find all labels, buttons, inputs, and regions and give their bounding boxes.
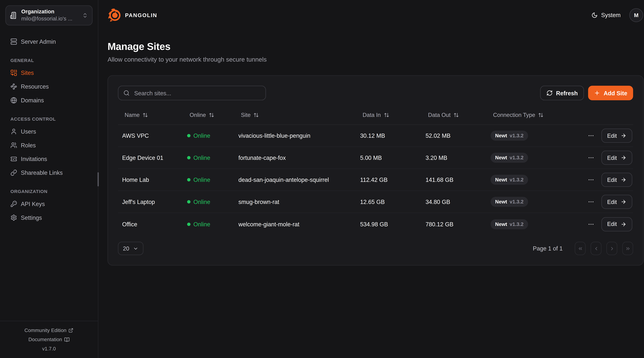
theme-toggle[interactable]: System xyxy=(592,12,621,18)
sidebar-item-label: Resources xyxy=(21,83,49,90)
connection-type-badge: Newt v1.3.2 xyxy=(490,197,528,207)
chevron-left-icon xyxy=(593,246,599,251)
chevrons-right-icon xyxy=(625,246,630,251)
section-label-access-control: ACCESS CONTROL xyxy=(10,116,88,121)
sidebar-item-sites[interactable]: Sites xyxy=(6,66,92,80)
sort-icon xyxy=(454,112,459,118)
column-header-data-out[interactable]: Data Out xyxy=(422,112,462,119)
edit-button[interactable]: Edit xyxy=(601,151,632,165)
building-icon xyxy=(10,11,18,19)
online-status: Online xyxy=(183,155,234,161)
gear-icon xyxy=(10,214,17,221)
connection-type: Newt xyxy=(495,199,507,205)
table-row: Jeff's Laptop Online smug-brown-rat 12.6… xyxy=(118,191,633,213)
add-site-label: Add Site xyxy=(604,90,627,96)
add-site-button[interactable]: Add Site xyxy=(588,86,633,100)
data-out-value: 780.12 GB xyxy=(422,221,486,227)
first-page-button[interactable] xyxy=(575,242,586,255)
online-status-label: Online xyxy=(193,221,210,227)
connection-version: v1.3.2 xyxy=(510,221,524,227)
row-menu-button[interactable] xyxy=(587,198,595,206)
table-row: Home Lab Online dead-san-joaquin-antelop… xyxy=(118,169,633,191)
moon-icon xyxy=(592,12,598,18)
data-out-value: 3.20 MB xyxy=(422,155,486,161)
data-out-value: 34.80 GB xyxy=(422,198,486,205)
section-label-organization: ORGANIZATION xyxy=(10,189,88,194)
edit-button[interactable]: Edit xyxy=(601,129,632,143)
next-page-button[interactable] xyxy=(606,242,617,255)
sidebar-item-shareable-links[interactable]: Shareable Links xyxy=(6,166,92,180)
community-edition-label: Community Edition xyxy=(24,328,66,333)
row-menu-button[interactable] xyxy=(587,154,595,162)
sidebar-item-label: API Keys xyxy=(21,201,45,207)
arrow-right-icon xyxy=(620,177,626,182)
table-row: AWS VPC Online vivacious-little-blue-pen… xyxy=(118,125,633,147)
site-name: Edge Device 01 xyxy=(118,155,183,161)
organization-text: Organization milo@fossorial.io's ... xyxy=(21,8,78,22)
online-status-dot xyxy=(187,156,190,159)
online-status-dot xyxy=(187,134,190,137)
sidebar-nav: Server Admin GENERAL Sites Resources Dom xyxy=(0,31,98,225)
sidebar-resize-handle[interactable] xyxy=(98,172,99,186)
online-status: Online xyxy=(183,132,234,139)
connection-type: Newt xyxy=(495,133,507,139)
sort-icon xyxy=(209,112,214,118)
pagination-right: Page 1 of 1 xyxy=(533,242,633,255)
community-edition-link[interactable]: Community Edition xyxy=(0,326,98,335)
previous-page-button[interactable] xyxy=(590,242,601,255)
online-status-label: Online xyxy=(193,155,210,161)
ellipsis-icon xyxy=(588,155,594,161)
sites-toolbar: Refresh Add Site xyxy=(118,86,633,100)
connection-type: Newt xyxy=(495,221,507,227)
edit-button[interactable]: Edit xyxy=(601,173,632,187)
pagination: 20 Page 1 of 1 xyxy=(118,242,633,255)
app-version: v1.7.0 xyxy=(0,344,98,353)
column-header-online[interactable]: Online xyxy=(183,112,217,119)
connection-type-badge: Newt v1.3.2 xyxy=(490,153,528,163)
brand[interactable]: PANGOLIN xyxy=(108,8,157,22)
refresh-button[interactable]: Refresh xyxy=(540,86,584,100)
search-box[interactable] xyxy=(118,86,266,100)
refresh-icon xyxy=(546,90,553,96)
topbar-right: System M xyxy=(592,8,643,22)
page-size-select[interactable]: 20 xyxy=(118,242,143,255)
column-header-site[interactable]: Site xyxy=(234,112,262,119)
sites-card: Refresh Add Site Name xyxy=(108,75,644,266)
column-header-data-in[interactable]: Data In xyxy=(356,112,392,119)
online-status-dot xyxy=(187,222,190,226)
resources-icon xyxy=(10,83,17,90)
site-slug: smug-brown-rat xyxy=(234,198,356,205)
last-page-button[interactable] xyxy=(622,242,633,255)
sidebar-item-invitations[interactable]: Invitations xyxy=(6,152,92,166)
sidebar-item-settings[interactable]: Settings xyxy=(6,211,92,225)
sidebar-item-server-admin[interactable]: Server Admin xyxy=(6,35,92,49)
sidebar-item-label: Invitations xyxy=(21,156,47,163)
row-menu-button[interactable] xyxy=(587,176,595,184)
sites-table: Name Online Site Data In xyxy=(118,106,633,235)
edit-button[interactable]: Edit xyxy=(601,195,632,209)
documentation-link[interactable]: Documentation xyxy=(0,335,98,344)
sidebar-item-domains[interactable]: Domains xyxy=(6,93,92,107)
page-title: Manage Sites xyxy=(108,41,644,52)
sidebar-item-roles[interactable]: Roles xyxy=(6,139,92,152)
edit-button[interactable]: Edit xyxy=(601,217,632,231)
sites-icon xyxy=(10,70,17,76)
arrow-right-icon xyxy=(620,155,626,161)
connection-type-badge: Newt v1.3.2 xyxy=(490,175,528,185)
search-input[interactable] xyxy=(134,89,260,97)
sidebar-item-users[interactable]: Users xyxy=(6,125,92,139)
sidebar-item-resources[interactable]: Resources xyxy=(6,80,92,94)
organization-value: milo@fossorial.io's ... xyxy=(21,15,78,22)
online-status-label: Online xyxy=(193,198,210,205)
column-header-connection-type[interactable]: Connection Type xyxy=(486,112,546,119)
sort-icon xyxy=(254,112,259,118)
row-menu-button[interactable] xyxy=(587,132,595,140)
avatar[interactable]: M xyxy=(629,8,643,22)
connection-type-badge: Newt v1.3.2 xyxy=(490,219,528,229)
organization-selector[interactable]: Organization milo@fossorial.io's ... xyxy=(6,5,92,25)
row-menu-button[interactable] xyxy=(587,220,595,228)
sidebar-item-api-keys[interactable]: API Keys xyxy=(6,197,92,211)
column-header-name[interactable]: Name xyxy=(118,112,150,119)
sidebar-item-label: Server Admin xyxy=(21,38,56,45)
data-in-value: 12.65 GB xyxy=(356,198,422,205)
